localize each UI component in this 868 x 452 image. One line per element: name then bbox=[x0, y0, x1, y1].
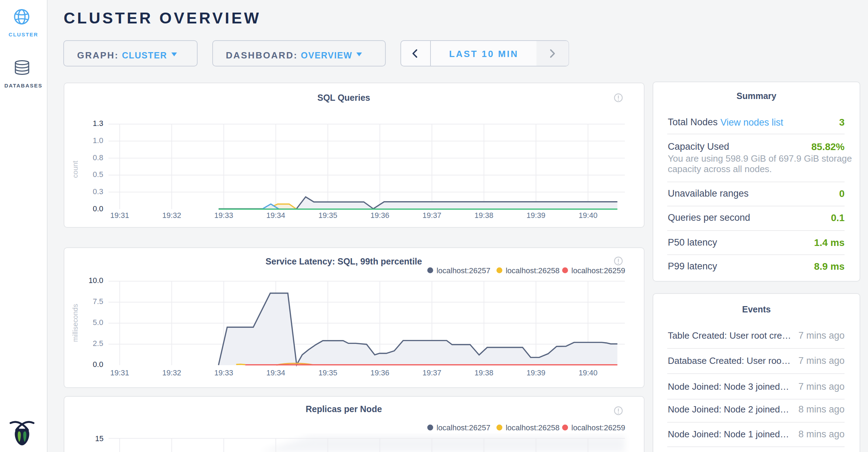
svg-text:19:39: 19:39 bbox=[526, 211, 545, 220]
svg-text:2.5: 2.5 bbox=[93, 339, 103, 348]
svg-text:19:38: 19:38 bbox=[475, 368, 493, 377]
svg-text:19:34: 19:34 bbox=[266, 211, 285, 220]
svg-text:localhost:26259: localhost:26259 bbox=[571, 266, 625, 275]
svg-text:count: count bbox=[71, 161, 79, 178]
svg-text:19:37: 19:37 bbox=[422, 211, 441, 220]
svg-text:19:39: 19:39 bbox=[526, 368, 545, 377]
svg-text:19:31: 19:31 bbox=[110, 211, 129, 220]
svg-text:15: 15 bbox=[95, 434, 104, 443]
svg-text:19:32: 19:32 bbox=[162, 211, 181, 220]
svg-text:19:31: 19:31 bbox=[110, 368, 129, 377]
svg-text:19:35: 19:35 bbox=[318, 368, 337, 377]
svg-text:19:38: 19:38 bbox=[475, 211, 493, 220]
svg-text:0.0: 0.0 bbox=[93, 360, 103, 369]
svg-text:19:36: 19:36 bbox=[370, 368, 389, 377]
svg-text:1.3: 1.3 bbox=[93, 119, 103, 128]
svg-text:19:34: 19:34 bbox=[266, 368, 285, 377]
svg-text:19:35: 19:35 bbox=[318, 211, 337, 220]
svg-text:19:40: 19:40 bbox=[578, 368, 597, 377]
svg-text:0.5: 0.5 bbox=[93, 170, 103, 179]
svg-text:0.0: 0.0 bbox=[93, 204, 103, 213]
svg-text:1.0: 1.0 bbox=[93, 136, 103, 145]
svg-text:localhost:26258: localhost:26258 bbox=[506, 423, 560, 432]
svg-text:localhost:26257: localhost:26257 bbox=[436, 423, 490, 432]
svg-text:19:33: 19:33 bbox=[214, 368, 233, 377]
svg-text:localhost:26258: localhost:26258 bbox=[506, 266, 560, 275]
svg-text:milliseconds: milliseconds bbox=[71, 304, 79, 342]
svg-text:5.0: 5.0 bbox=[93, 318, 103, 327]
svg-text:19:32: 19:32 bbox=[162, 368, 181, 377]
svg-text:19:40: 19:40 bbox=[578, 211, 597, 220]
svg-text:0.3: 0.3 bbox=[93, 187, 103, 196]
svg-text:localhost:26259: localhost:26259 bbox=[571, 423, 625, 432]
svg-text:localhost:26257: localhost:26257 bbox=[436, 266, 490, 275]
svg-text:7.5: 7.5 bbox=[93, 297, 103, 306]
svg-text:19:33: 19:33 bbox=[214, 211, 233, 220]
svg-text:19:36: 19:36 bbox=[370, 211, 389, 220]
svg-text:10.0: 10.0 bbox=[88, 276, 103, 285]
svg-text:0.8: 0.8 bbox=[93, 153, 103, 162]
svg-text:19:37: 19:37 bbox=[422, 368, 441, 377]
